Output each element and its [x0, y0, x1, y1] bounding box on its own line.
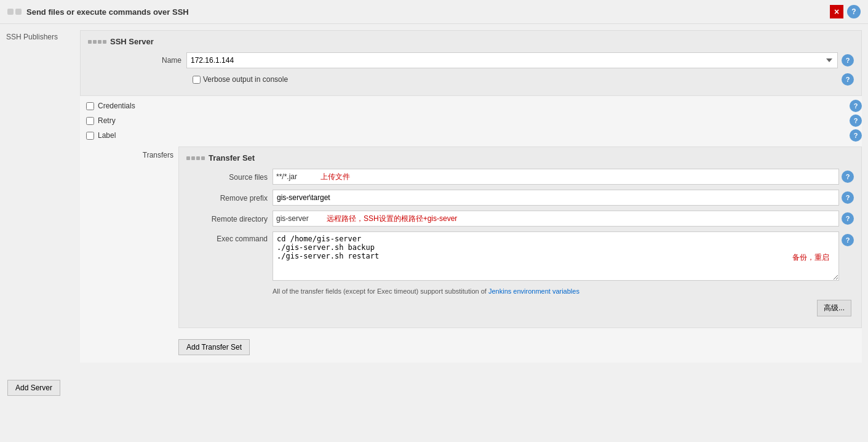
remove-prefix-input[interactable] [273, 190, 839, 206]
credentials-label: Credentials [98, 102, 135, 110]
remove-prefix-label: Remove prefix [220, 194, 268, 203]
content-area: SSH Server Name 172.16.1.144 ? [80, 30, 862, 363]
name-help-icon[interactable]: ? [842, 54, 854, 66]
name-label: Name [162, 56, 181, 65]
verbose-checkbox[interactable] [193, 76, 201, 84]
transfers-label: Transfers [143, 151, 173, 159]
window: Send files or execute commands over SSH … [0, 0, 868, 442]
dot-1 [7, 9, 14, 15]
retry-label: Retry [98, 116, 116, 125]
exec-command-annotation: 备份，重启 [792, 252, 829, 262]
title-bar: Send files or execute commands over SSH … [0, 0, 868, 24]
remote-dir-help-icon[interactable]: ? [842, 212, 854, 225]
title-bar-right: × ? [830, 5, 861, 18]
source-files-label: Source files [229, 173, 268, 182]
label-help-icon[interactable]: ? [850, 129, 862, 142]
label-checkbox[interactable] [86, 132, 94, 140]
source-help-icon[interactable]: ? [842, 171, 854, 183]
exec-help-icon[interactable]: ? [842, 234, 854, 246]
advanced-section: 高级... [186, 300, 854, 316]
verbose-help-icon[interactable]: ? [842, 73, 854, 86]
info-text: All of the transfer fields (except for E… [186, 287, 854, 295]
section-dots [88, 40, 106, 44]
dot-2 [15, 9, 22, 15]
credentials-help-icon[interactable]: ? [850, 100, 862, 112]
exec-command-input[interactable]: cd /home/gis-server ./gis-server.sh back… [273, 231, 839, 281]
window-title: Send files or execute commands over SSH [26, 7, 189, 17]
transfer-set-header: Transfer Set [186, 153, 854, 163]
title-dots [7, 9, 22, 15]
remote-dir-annotation: 远程路径，SSH设置的根路径+gis-sever [327, 214, 457, 224]
close-button[interactable]: × [830, 5, 843, 18]
source-files-annotation: 上传文件 [321, 172, 350, 182]
add-server-button[interactable]: Add Server [7, 380, 60, 396]
bottom-bar: Add Server [0, 369, 868, 401]
advanced-button[interactable]: 高级... [817, 300, 851, 316]
label-label: Label [98, 131, 116, 140]
source-files-input[interactable] [273, 169, 839, 185]
retry-checkbox[interactable] [86, 117, 94, 125]
sidebar-label: SSH Publishers [6, 30, 74, 44]
add-transfer-set-button[interactable]: Add Transfer Set [178, 339, 250, 355]
verbose-label: Verbose output in console [203, 75, 288, 84]
exec-command-label: Exec command [217, 235, 268, 243]
sidebar: SSH Publishers [6, 30, 74, 363]
retry-help-icon[interactable]: ? [850, 115, 862, 127]
help-icon[interactable]: ? [847, 5, 861, 18]
remote-dir-label: Remote directory [212, 215, 268, 223]
jenkins-env-vars-link[interactable]: Jenkins environment variables [488, 287, 579, 295]
transfer-set-title: Transfer Set [209, 153, 255, 163]
main-content: SSH Publishers SSH Server [0, 24, 868, 369]
ssh-server-title: SSH Server [110, 37, 154, 46]
title-bar-left: Send files or execute commands over SSH [7, 7, 189, 17]
name-select[interactable]: 172.16.1.144 [186, 52, 838, 68]
ssh-server-header: SSH Server [88, 37, 854, 46]
credentials-checkbox[interactable] [86, 102, 94, 110]
remove-prefix-help-icon[interactable]: ? [842, 191, 854, 204]
